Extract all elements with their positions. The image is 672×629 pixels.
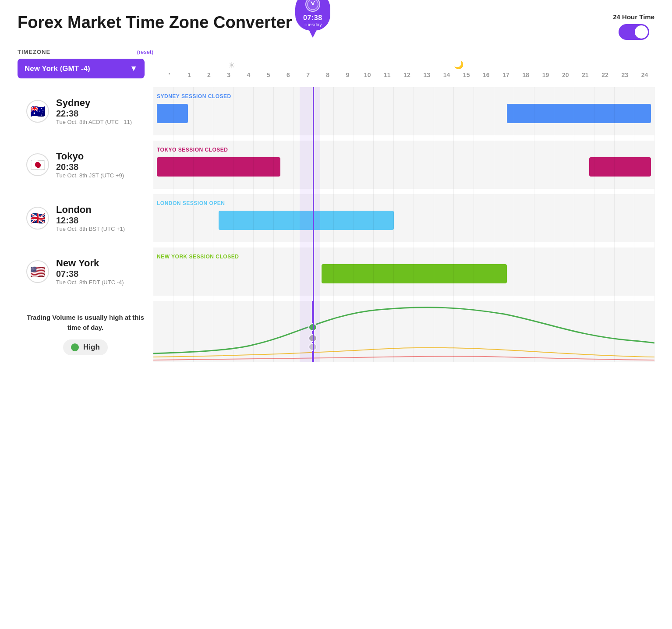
timezone-dropdown[interactable]: New York (GMT -4) ▼ [18,59,145,78]
bar-3-0 [322,264,507,283]
time-tick-24: 24 [635,71,654,78]
time-tick-17: 17 [496,71,516,78]
bar-0-1 [507,104,651,123]
bar-container-2 [157,211,651,230]
timezone-value: New York (GMT -4) [25,64,90,73]
session-date-1: Tue Oct. 8th JST (UTC +9) [56,172,124,179]
time-tick-6: 6 [278,71,298,78]
session-city-0: Sydney [56,97,132,109]
toggle-knob [635,25,648,39]
moon-icon: 🌙 [454,60,463,70]
time-axis: •123456789101112131415161718192021222324 [159,71,654,78]
time-tick-12: 12 [397,71,417,78]
session-date-3: Tue Oct. 8th EDT (UTC -4) [56,279,124,286]
toggle-area: 24 Hour Time [613,13,654,40]
sun-moon-row: ☀ 🌙 [159,58,654,71]
page-title: Forex Market Time Zone Converter [18,13,292,32]
bar-container-0 [157,104,651,123]
time-tick-3: 3 [219,71,239,78]
bar-1-1 [589,157,651,177]
time-tick-23: 23 [615,71,635,78]
timezone-reset[interactable]: (reset) [137,49,153,55]
session-city-3: New York [56,258,124,269]
session-city-1: Tokyo [56,151,124,162]
bar-1-0 [157,157,280,177]
time-tick-1: 1 [179,71,199,78]
time-tick-19: 19 [536,71,555,78]
session-time-3: 07:38 [56,269,124,279]
session-city-2: London [56,204,125,216]
session-details-0: Sydney 22:38 Tue Oct. 8th AEDT (UTC +11) [56,97,132,125]
time-tick-0: • [159,71,179,78]
time-tick-11: 11 [377,71,397,78]
bar-0-0 [157,104,188,123]
bar-container-1 [157,157,651,177]
session-date-0: Tue Oct. 8th AEDT (UTC +11) [56,119,132,125]
time-tick-16: 16 [476,71,496,78]
volume-level: High [83,343,100,352]
sun-icon: ☀ [228,60,236,71]
clock-face [305,0,320,12]
session-status-0: SYDNEY SESSION CLOSED [157,93,651,99]
time-tick-10: 10 [357,71,377,78]
time-tick-14: 14 [437,71,456,78]
time-tick-7: 7 [298,71,318,78]
session-date-2: Tue Oct. 8th BST (UTC +1) [56,226,125,232]
time-tick-18: 18 [516,71,536,78]
session-details-1: Tokyo 20:38 Tue Oct. 8th JST (UTC +9) [56,151,124,179]
flag-london: 🇬🇧 [26,207,49,230]
volume-text: Trading Volume is usually high at this t… [26,313,145,332]
session-bar-area-0: SYDNEY SESSION CLOSED [153,87,654,135]
session-bar-area-1: TOKYO SESSION CLOSED [153,141,654,189]
session-info-new-york: 🇺🇸 New York 07:38 Tue Oct. 8th EDT (UTC … [18,247,153,296]
current-time-display: 07:38 [303,14,322,22]
session-details-2: London 12:38 Tue Oct. 8th BST (UTC +1) [56,204,125,232]
timezone-label: TIMEZONE [18,49,50,55]
dropdown-arrow-icon: ▼ [130,64,138,73]
flag-sydney: 🇦🇺 [26,100,49,123]
time-tick-20: 20 [555,71,575,78]
volume-chart [153,301,654,362]
current-day-display: Tuesday [304,22,322,27]
session-bar-area-3: NEW YORK SESSION CLOSED [153,247,654,296]
time-tick-4: 4 [239,71,258,78]
session-info-tokyo: 🇯🇵 Tokyo 20:38 Tue Oct. 8th JST (UTC +9) [18,141,153,189]
timezone-section: TIMEZONE (reset) New York (GMT -4) ▼ [18,49,153,78]
session-status-1: TOKYO SESSION CLOSED [157,147,651,153]
session-details-3: New York 07:38 Tue Oct. 8th EDT (UTC -4) [56,258,124,286]
time-tick-8: 8 [318,71,338,78]
header: Forex Market Time Zone Converter 24 Hour… [18,13,654,40]
flag-tokyo: 🇯🇵 [26,153,49,176]
svg-point-3 [312,4,314,5]
session-status-3: NEW YORK SESSION CLOSED [157,254,651,260]
session-bar-area-2: LONDON SESSION OPEN [153,194,654,242]
time-tick-9: 9 [338,71,357,78]
session-info-london: 🇬🇧 London 12:38 Tue Oct. 8th BST (UTC +1… [18,194,153,242]
volume-badge: High [63,339,108,355]
volume-dot-icon [71,343,79,351]
sessions-right: SYDNEY SESSION CLOSEDTOKYO SESSION CLOSE… [153,87,654,362]
time-tick-2: 2 [199,71,219,78]
session-time-2: 12:38 [56,216,125,226]
session-time-0: 22:38 [56,109,132,119]
time-tick-22: 22 [595,71,615,78]
session-info-sydney: 🇦🇺 Sydney 22:38 Tue Oct. 8th AEDT (UTC +… [18,87,153,135]
time-tick-5: 5 [258,71,278,78]
current-time-bubble: 07:38 Tuesday [295,0,330,31]
current-hour-highlight [300,87,321,362]
time-tick-21: 21 [575,71,595,78]
flag-new-york: 🇺🇸 [26,260,49,283]
time-tick-13: 13 [417,71,437,78]
session-status-2: LONDON SESSION OPEN [157,200,651,206]
bar-container-3 [157,264,651,283]
24hour-toggle[interactable] [619,24,649,40]
time-tick-15: 15 [456,71,476,78]
session-time-1: 20:38 [56,162,124,172]
toggle-label: 24 Hour Time [613,13,654,21]
